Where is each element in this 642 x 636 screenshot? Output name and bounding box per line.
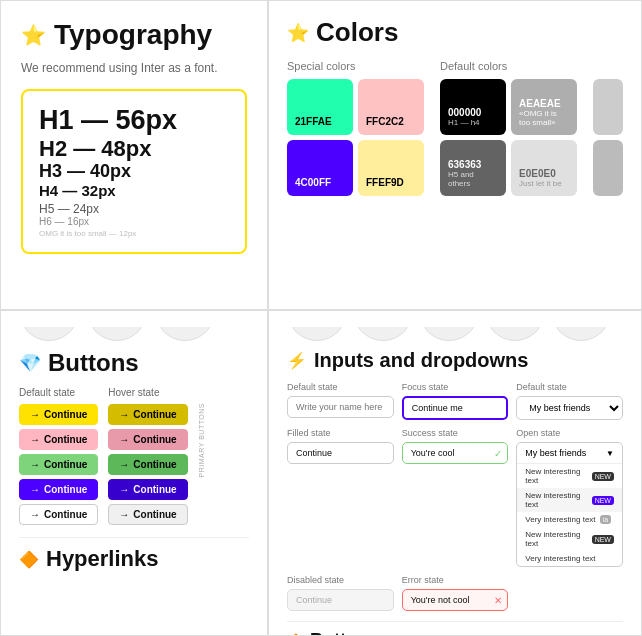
empty-cell: [516, 575, 623, 611]
input-success-field[interactable]: [402, 442, 509, 464]
special-colors-label: Special colors: [287, 60, 424, 72]
h4-sample: H4 — 32px: [39, 182, 229, 199]
colors-panel: ⭐ Colors Special colors 21FFAE FFC2C2 4C…: [268, 0, 642, 310]
typography-subtitle: We recommend using Inter as a font.: [21, 61, 247, 75]
color-swatch-FFC2C2: FFC2C2: [358, 79, 424, 135]
input-focus-field[interactable]: [402, 396, 509, 420]
buttons-states-container: Default state → Continue → Continue → Co…: [19, 387, 249, 525]
pink-btn-hover[interactable]: → Continue: [108, 429, 187, 450]
buttons-title-row: 💎 Buttons: [19, 349, 249, 377]
partial-circles-top-right: [287, 327, 623, 341]
h5-sample: H5 — 24px: [39, 202, 229, 216]
hyperlinks-peek: 🔶 Hyperlinks: [19, 546, 249, 572]
input-filled-field[interactable]: [287, 442, 394, 464]
inputs-icon: ⚡: [287, 351, 307, 370]
omg-sample: OMG it is too small — 12px: [39, 229, 229, 238]
input-filled-group: Filled state: [287, 428, 394, 567]
hyperlinks-heading: Hyperlinks: [46, 546, 159, 572]
input-error-group: Error state ✕: [402, 575, 509, 611]
badge-new-dark: NEW: [592, 472, 614, 481]
input-success-label: Success state: [402, 428, 509, 438]
h1-sample: H1 — 56px: [39, 105, 229, 136]
color-swatch-E0E0E0: E0E0E0 Just let it be: [511, 140, 577, 196]
btn-groups-heading: Button groups: [310, 630, 434, 636]
input-disabled-group: Disabled state: [287, 575, 394, 611]
btn-groups-title-row: 🔶 Button groups: [287, 630, 623, 636]
inputs-title-row: ⚡ Inputs and dropdowns: [287, 349, 623, 372]
input-focus-group: Focus state: [402, 382, 509, 420]
input-error-field[interactable]: [402, 589, 509, 611]
typography-title-row: ⭐ Typography: [21, 19, 247, 51]
hover-state-label: Hover state: [108, 387, 187, 398]
green-btn-hover[interactable]: → Continue: [108, 454, 187, 475]
dropdown-option-5[interactable]: Very interesting text: [517, 551, 622, 566]
panel-divider: [19, 537, 249, 538]
extra-swatch-col: x: [593, 60, 623, 196]
typography-heading: Typography: [54, 19, 212, 51]
btn-groups-icon: 🔶: [287, 633, 304, 637]
dropdown-option-1[interactable]: New interesting text NEW: [517, 464, 622, 488]
dropdown-open-group: Open state My best friends ▼ New interes…: [516, 428, 623, 567]
default-colors-section: Default colors 000000 H1 — h4 AEAEAE «OM…: [440, 60, 577, 196]
input-error-label: Error state: [402, 575, 509, 585]
typography-panel: ⭐ Typography We recommend using Inter as…: [0, 0, 268, 310]
inputs-heading: Inputs and dropdowns: [314, 349, 528, 372]
default-state-label: Default state: [19, 387, 98, 398]
input-default-field[interactable]: [287, 396, 394, 418]
h3-sample: H3 — 40px: [39, 161, 229, 182]
buttons-heading: Buttons: [48, 349, 139, 377]
blue-btn-default[interactable]: → Continue: [19, 479, 98, 500]
typography-box: H1 — 56px H2 — 48px H3 — 40px H4 — 32px …: [21, 89, 247, 254]
dropdown-open-label: Open state: [516, 428, 623, 438]
color-swatch-21FFAE: 21FFAE: [287, 79, 353, 135]
color-swatch-000000: 000000 H1 — h4: [440, 79, 506, 135]
green-btn-default[interactable]: → Continue: [19, 454, 98, 475]
color-swatch-636363: 636363 H5 and others: [440, 140, 506, 196]
input-disabled-label: Disabled state: [287, 575, 394, 585]
color-swatch-4C00FF: 4C00FF: [287, 140, 353, 196]
error-x-icon: ✕: [494, 595, 502, 606]
default-colors-grid: 000000 H1 — h4 AEAEAE «OMG it is too sma…: [440, 79, 577, 196]
inputs-panel: ⚡ Inputs and dropdowns Default state Foc…: [268, 310, 642, 636]
hyperlinks-icon: 🔶: [19, 550, 39, 569]
blue-btn-hover[interactable]: → Continue: [108, 479, 187, 500]
partial-circles-top: [19, 327, 249, 341]
primary-buttons-col: PRIMARY BUTTONS: [198, 387, 205, 525]
hover-state-col: Hover state → Continue → Continue → Cont…: [108, 387, 187, 525]
dropdown-option-3[interactable]: Very interesting text ia: [517, 512, 622, 527]
color-swatch-AEAEAE: AEAEAE «OMG it is too small»: [511, 79, 577, 135]
dropdown-default-select[interactable]: My best friends: [516, 396, 623, 420]
yellow-btn-default[interactable]: → Continue: [19, 404, 98, 425]
input-default-group: Default state: [287, 382, 394, 420]
color-swatch-FFEF9D: FFEF9D: [358, 140, 424, 196]
inputs-divider: [287, 621, 623, 622]
dropdown-option-4[interactable]: New interesting text NEW: [517, 527, 622, 551]
colors-heading: Colors: [316, 17, 398, 48]
colors-icon: ⭐: [287, 22, 309, 44]
default-state-col: Default state → Continue → Continue → Co…: [19, 387, 98, 525]
dropdown-open-header[interactable]: My best friends ▼: [517, 443, 622, 464]
default-buttons-list: → Continue → Continue → Continue → Conti…: [19, 404, 98, 525]
badge-new-blue: NEW: [592, 496, 614, 505]
dropdown-option-2[interactable]: New interesting text NEW: [517, 488, 622, 512]
inputs-grid: Default state Focus state Default state …: [287, 382, 623, 611]
h6-sample: H6 — 16px: [39, 216, 229, 227]
chevron-down-icon: ▼: [606, 449, 614, 458]
h2-sample: H2 — 48px: [39, 136, 229, 161]
input-success-group: Success state ✓: [402, 428, 509, 567]
outline-btn-hover[interactable]: → Continue: [108, 504, 187, 525]
dropdown-default-label: Default state: [516, 382, 623, 392]
pink-btn-default[interactable]: → Continue: [19, 429, 98, 450]
typography-icon: ⭐: [21, 23, 46, 47]
yellow-btn-hover[interactable]: → Continue: [108, 404, 187, 425]
special-colors-grid: 21FFAE FFC2C2 4C00FF FFEF9D: [287, 79, 424, 196]
input-disabled-field: [287, 589, 394, 611]
default-colors-label: Default colors: [440, 60, 577, 72]
badge-ia-gray: ia: [600, 515, 611, 524]
buttons-panel: 💎 Buttons Default state → Continue → Con…: [0, 310, 268, 636]
colors-title-row: ⭐ Colors: [287, 17, 623, 48]
dropdown-default-group: Default state My best friends: [516, 382, 623, 420]
button-groups-section: 🔶 Button groups Counter Default state - …: [287, 630, 623, 636]
outline-btn-default[interactable]: → Continue: [19, 504, 98, 525]
special-colors-section: Special colors 21FFAE FFC2C2 4C00FF FFEF…: [287, 60, 424, 196]
